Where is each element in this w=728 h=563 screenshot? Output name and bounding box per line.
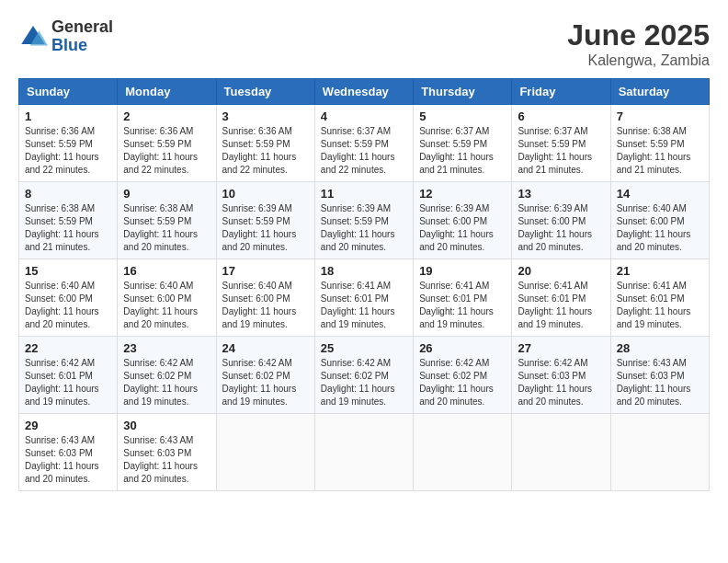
day-info: Sunrise: 6:40 AMSunset: 6:00 PMDaylight:…	[617, 202, 703, 254]
day-info: Sunrise: 6:39 AMSunset: 6:00 PMDaylight:…	[419, 202, 506, 254]
calendar-cell: 27 Sunrise: 6:42 AMSunset: 6:03 PMDaylig…	[512, 337, 610, 414]
day-info: Sunrise: 6:38 AMSunset: 5:59 PMDaylight:…	[25, 202, 111, 254]
day-info: Sunrise: 6:39 AMSunset: 6:00 PMDaylight:…	[518, 202, 604, 254]
calendar-cell: 28 Sunrise: 6:43 AMSunset: 6:03 PMDaylig…	[610, 337, 709, 414]
calendar-cell: 26 Sunrise: 6:42 AMSunset: 6:02 PMDaylig…	[414, 337, 512, 414]
calendar-cell: 16 Sunrise: 6:40 AMSunset: 6:00 PMDaylig…	[118, 259, 216, 337]
calendar-cell: 23 Sunrise: 6:42 AMSunset: 6:02 PMDaylig…	[118, 337, 216, 414]
weekday-header: Thursday	[414, 79, 512, 105]
day-info: Sunrise: 6:41 AMSunset: 6:01 PMDaylight:…	[419, 280, 506, 331]
weekday-header: Sunday	[19, 79, 118, 105]
calendar-cell	[216, 414, 314, 491]
calendar-cell: 1 Sunrise: 6:36 AMSunset: 5:59 PMDayligh…	[19, 105, 118, 182]
day-info: Sunrise: 6:42 AMSunset: 6:02 PMDaylight:…	[123, 357, 210, 408]
calendar-cell	[414, 414, 512, 491]
day-info: Sunrise: 6:40 AMSunset: 6:00 PMDaylight:…	[222, 280, 309, 331]
day-info: Sunrise: 6:36 AMSunset: 5:59 PMDaylight:…	[222, 125, 309, 177]
day-number: 19	[419, 264, 506, 278]
day-number: 20	[518, 264, 604, 278]
calendar-cell: 29 Sunrise: 6:43 AMSunset: 6:03 PMDaylig…	[19, 414, 118, 491]
day-info: Sunrise: 6:43 AMSunset: 6:03 PMDaylight:…	[123, 434, 210, 486]
day-info: Sunrise: 6:41 AMSunset: 6:01 PMDaylight:…	[617, 280, 703, 331]
weekday-header: Monday	[118, 79, 216, 105]
calendar-cell: 22 Sunrise: 6:42 AMSunset: 6:01 PMDaylig…	[19, 337, 118, 414]
title-block: June 2025 Kalengwa, Zambia	[567, 18, 710, 69]
day-number: 21	[617, 264, 703, 278]
calendar-cell: 25 Sunrise: 6:42 AMSunset: 6:02 PMDaylig…	[314, 337, 413, 414]
weekday-header: Friday	[512, 79, 610, 105]
calendar-week-row: 8 Sunrise: 6:38 AMSunset: 5:59 PMDayligh…	[19, 182, 710, 259]
day-info: Sunrise: 6:39 AMSunset: 5:59 PMDaylight:…	[321, 202, 407, 254]
calendar-cell: 17 Sunrise: 6:40 AMSunset: 6:00 PMDaylig…	[216, 259, 314, 337]
day-number: 5	[419, 109, 506, 123]
day-number: 15	[25, 264, 111, 278]
weekday-header-row: SundayMondayTuesdayWednesdayThursdayFrid…	[19, 79, 710, 105]
weekday-header: Saturday	[610, 79, 709, 105]
day-info: Sunrise: 6:41 AMSunset: 6:01 PMDaylight:…	[321, 280, 407, 331]
calendar-cell: 9 Sunrise: 6:38 AMSunset: 5:59 PMDayligh…	[118, 182, 216, 259]
day-number: 17	[222, 264, 309, 278]
day-number: 4	[321, 109, 407, 123]
day-number: 1	[25, 109, 111, 123]
day-number: 11	[321, 187, 407, 201]
day-number: 12	[419, 187, 506, 201]
day-info: Sunrise: 6:41 AMSunset: 6:01 PMDaylight:…	[518, 280, 604, 331]
logo-icon	[18, 22, 48, 52]
day-info: Sunrise: 6:42 AMSunset: 6:02 PMDaylight:…	[321, 357, 407, 408]
calendar-cell: 3 Sunrise: 6:36 AMSunset: 5:59 PMDayligh…	[216, 105, 314, 182]
day-info: Sunrise: 6:37 AMSunset: 5:59 PMDaylight:…	[419, 125, 506, 177]
day-number: 2	[123, 109, 210, 123]
day-info: Sunrise: 6:40 AMSunset: 6:00 PMDaylight:…	[25, 280, 111, 331]
calendar-week-row: 29 Sunrise: 6:43 AMSunset: 6:03 PMDaylig…	[19, 414, 710, 491]
day-number: 8	[25, 187, 111, 201]
calendar-cell: 10 Sunrise: 6:39 AMSunset: 5:59 PMDaylig…	[216, 182, 314, 259]
calendar-cell	[314, 414, 413, 491]
day-number: 18	[321, 264, 407, 278]
day-info: Sunrise: 6:42 AMSunset: 6:02 PMDaylight:…	[222, 357, 309, 408]
day-info: Sunrise: 6:37 AMSunset: 5:59 PMDaylight:…	[518, 125, 604, 177]
calendar-cell: 5 Sunrise: 6:37 AMSunset: 5:59 PMDayligh…	[414, 105, 512, 182]
calendar-cell: 11 Sunrise: 6:39 AMSunset: 5:59 PMDaylig…	[314, 182, 413, 259]
calendar-cell: 20 Sunrise: 6:41 AMSunset: 6:01 PMDaylig…	[512, 259, 610, 337]
day-info: Sunrise: 6:40 AMSunset: 6:00 PMDaylight:…	[123, 280, 210, 331]
calendar-cell: 4 Sunrise: 6:37 AMSunset: 5:59 PMDayligh…	[314, 105, 413, 182]
day-number: 3	[222, 109, 309, 123]
day-info: Sunrise: 6:36 AMSunset: 5:59 PMDaylight:…	[123, 125, 210, 177]
logo: General Blue	[18, 18, 113, 55]
day-number: 24	[222, 341, 309, 355]
month-title: June 2025	[567, 18, 710, 52]
weekday-header: Wednesday	[314, 79, 413, 105]
day-info: Sunrise: 6:42 AMSunset: 6:03 PMDaylight:…	[518, 357, 604, 408]
calendar-cell: 15 Sunrise: 6:40 AMSunset: 6:00 PMDaylig…	[19, 259, 118, 337]
calendar-cell: 19 Sunrise: 6:41 AMSunset: 6:01 PMDaylig…	[414, 259, 512, 337]
weekday-header: Tuesday	[216, 79, 314, 105]
day-number: 13	[518, 187, 604, 201]
day-number: 7	[617, 109, 703, 123]
calendar-cell	[512, 414, 610, 491]
day-info: Sunrise: 6:42 AMSunset: 6:01 PMDaylight:…	[25, 357, 111, 408]
day-number: 25	[321, 341, 407, 355]
calendar-week-row: 1 Sunrise: 6:36 AMSunset: 5:59 PMDayligh…	[19, 105, 710, 182]
calendar-cell: 8 Sunrise: 6:38 AMSunset: 5:59 PMDayligh…	[19, 182, 118, 259]
day-number: 6	[518, 109, 604, 123]
logo-text: General Blue	[51, 18, 113, 55]
location-title: Kalengwa, Zambia	[567, 52, 710, 69]
day-info: Sunrise: 6:36 AMSunset: 5:59 PMDaylight:…	[25, 125, 111, 177]
day-info: Sunrise: 6:38 AMSunset: 5:59 PMDaylight:…	[123, 202, 210, 254]
calendar-cell	[610, 414, 709, 491]
page-header: General Blue June 2025 Kalengwa, Zambia	[18, 18, 710, 69]
day-number: 23	[123, 341, 210, 355]
day-info: Sunrise: 6:37 AMSunset: 5:59 PMDaylight:…	[321, 125, 407, 177]
day-number: 30	[123, 419, 210, 432]
day-info: Sunrise: 6:42 AMSunset: 6:02 PMDaylight:…	[419, 357, 506, 408]
calendar-cell: 18 Sunrise: 6:41 AMSunset: 6:01 PMDaylig…	[314, 259, 413, 337]
day-number: 29	[25, 419, 111, 432]
day-info: Sunrise: 6:39 AMSunset: 5:59 PMDaylight:…	[222, 202, 309, 254]
day-number: 16	[123, 264, 210, 278]
day-info: Sunrise: 6:38 AMSunset: 5:59 PMDaylight:…	[617, 125, 703, 177]
logo-blue-text: Blue	[51, 37, 113, 55]
day-number: 9	[123, 187, 210, 201]
calendar-cell: 2 Sunrise: 6:36 AMSunset: 5:59 PMDayligh…	[118, 105, 216, 182]
day-number: 26	[419, 341, 506, 355]
calendar-cell: 14 Sunrise: 6:40 AMSunset: 6:00 PMDaylig…	[610, 182, 709, 259]
